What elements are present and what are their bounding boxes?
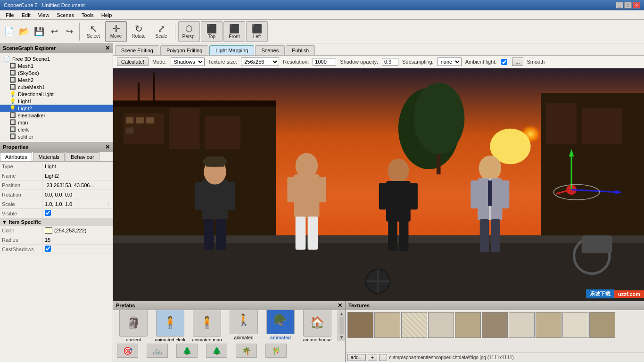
prop-rotation-input[interactable] [45,192,111,197]
mode-select[interactable]: Shadows Full None [171,58,205,66]
scroll-down-arrow[interactable]: ▼ [339,335,344,340]
texture-plus-button[interactable]: + [368,354,377,361]
texture-minus-button[interactable]: - [379,354,387,361]
texture-size-select[interactable]: 128x128 256x256 512x512 1024x1024 [241,58,279,66]
select-tool-button[interactable]: ↖ Select [83,21,104,42]
prop-radius-value[interactable] [42,236,113,244]
scale-tool-button[interactable]: ⤢ Scale [150,21,172,42]
prop-rotation-value[interactable] [42,191,113,198]
menu-edit[interactable]: Edit [18,11,34,19]
texture-4[interactable] [428,312,454,338]
menu-scenes[interactable]: Scenes [53,11,78,19]
tab-scenes[interactable]: Scenes [255,45,285,55]
tab-polygon-editing[interactable]: Polygon Editing [160,45,208,55]
rotate-icon: ↻ [135,24,143,33]
tab-light-mapping[interactable]: Light Mapping [209,45,254,55]
ambient-dots-button[interactable]: ... [512,58,523,66]
scenegraph-close[interactable]: ✕ [105,45,110,51]
texture-9[interactable] [562,312,588,338]
prefab-row2-6[interactable]: 🎋 [265,344,291,358]
prefab-arcane-house[interactable]: 🏠 arcane house [301,310,334,341]
prefabs-close[interactable]: ✕ [338,302,342,309]
tab-scene-editing[interactable]: Scene Editing [115,45,159,55]
tree-item-cubemesh1[interactable]: 🔲 cubeMesh1 [0,83,113,90]
save-button[interactable]: 💾 [32,21,46,42]
prefab-row2-2[interactable]: 🚲 [147,344,173,358]
scale-drag-handle[interactable]: ⋮ [106,201,111,207]
prop-scale-value[interactable]: ⋮ [42,200,113,208]
prefab-row2-4[interactable]: 🌲 [206,344,232,358]
shadow-opacity-input[interactable] [382,58,398,66]
tab-materials[interactable]: Materials [33,152,65,161]
rotate-tool-button[interactable]: ↻ Rotate [128,21,149,42]
tree-item-skybox[interactable]: 🔲 (SkyBox) [0,69,113,76]
prop-castshadows-checkbox[interactable] [45,246,51,252]
color-swatch[interactable] [45,227,52,234]
tree-item-man[interactable]: 🔲 man [0,119,113,126]
texture-8[interactable] [536,312,561,338]
viewport[interactable] [113,68,644,301]
menu-help[interactable]: Help [98,11,116,19]
open-button[interactable]: 📂 [17,21,31,42]
calculate-button[interactable]: Calculate! [117,58,149,66]
prefab-animated-clerk[interactable]: 🧍 animated clerk [154,310,187,341]
properties-close[interactable]: ✕ [105,144,110,150]
left-view-button[interactable]: ⬛ Left [246,21,268,42]
prop-visible-value[interactable] [42,209,113,218]
minimize-button[interactable]: _ [616,2,623,8]
menu-view[interactable]: View [34,11,53,19]
tree-item-dirlight[interactable]: 💡 DirectionalLight [0,90,113,98]
undo-button[interactable]: ↩ [47,21,61,42]
move-tool-button[interactable]: ✛ Move [105,21,127,42]
persp-view-button[interactable]: ⬡ Persp. [178,21,200,42]
tree-item-light2[interactable]: 💡 Light2 [0,105,113,112]
texture-7[interactable] [509,312,535,338]
prefab-row2-1[interactable]: 🎯 [117,344,143,358]
menu-file[interactable]: File [2,11,18,19]
prop-castshadows-value[interactable] [42,245,113,254]
top-view-button[interactable]: ⬛ Top [201,21,223,42]
tree-item-mesh1[interactable]: 🔲 Mesh1 [0,62,113,69]
maximize-button[interactable]: □ [624,2,632,8]
tree-item-light1[interactable]: 💡 Light1 [0,98,113,105]
prefab-animated-man[interactable]: 🧍 animated man [190,310,223,341]
ambient-light-checkbox[interactable] [501,59,507,65]
menu-tools[interactable]: Tools [78,11,98,19]
prop-visible-checkbox[interactable] [45,210,51,216]
tree-item-clerk[interactable]: 🔲 clerk [0,126,113,133]
prefab-animated-soldier[interactable]: 🪖 animated soldier [264,310,297,341]
texture-10[interactable] [589,312,615,338]
subsampling-select[interactable]: none 2x 4x [438,58,462,66]
prop-color-value[interactable]: (254,253,222) [42,226,113,235]
prefab-row2-3[interactable]: 🌲 [176,344,202,358]
scroll-up-arrow[interactable]: ▲ [339,311,344,316]
collapse-icon[interactable]: ▼ [2,219,7,225]
prop-radius-input[interactable] [45,237,111,243]
front-view-button[interactable]: ⬛ Front [223,21,245,42]
resolution-input[interactable] [313,58,336,66]
redo-button[interactable]: ↪ [62,21,76,42]
texture-1[interactable] [347,312,373,338]
close-button[interactable]: ✕ [633,2,640,8]
prop-name-input[interactable] [45,173,111,179]
texture-6[interactable] [482,312,508,338]
texture-5[interactable] [455,312,481,338]
tree-item-soldier[interactable]: 🔲 soldier [0,133,113,140]
tab-publish[interactable]: Publish [286,45,315,55]
tree-item-mesh2[interactable]: 🔲 Mesh2 [0,76,113,83]
texture-add-button[interactable]: add... [347,354,366,361]
tab-attributes[interactable]: Attributes [0,152,32,161]
new-button[interactable]: 📄 [2,21,16,42]
prefab-ancient[interactable]: 🗿 ancient [117,310,150,341]
prop-position-value[interactable] [42,181,113,189]
tree-item-scene1[interactable]: 📄 Free 3D Scene1 [0,55,113,62]
prefab-animated-sleepwalker[interactable]: 🚶 animated sleepwalker [227,310,260,341]
prop-scale-input[interactable] [45,201,101,207]
prop-name-value[interactable] [42,172,113,180]
tab-behaviour[interactable]: Behaviour [66,152,99,161]
prefab-row2-5[interactable]: 🌴 [236,344,262,358]
texture-3[interactable] [401,312,427,338]
texture-2[interactable] [374,312,400,338]
tree-item-sleepwalker[interactable]: 🔲 sleepwalker [0,112,113,119]
prop-position-input[interactable] [45,182,111,188]
